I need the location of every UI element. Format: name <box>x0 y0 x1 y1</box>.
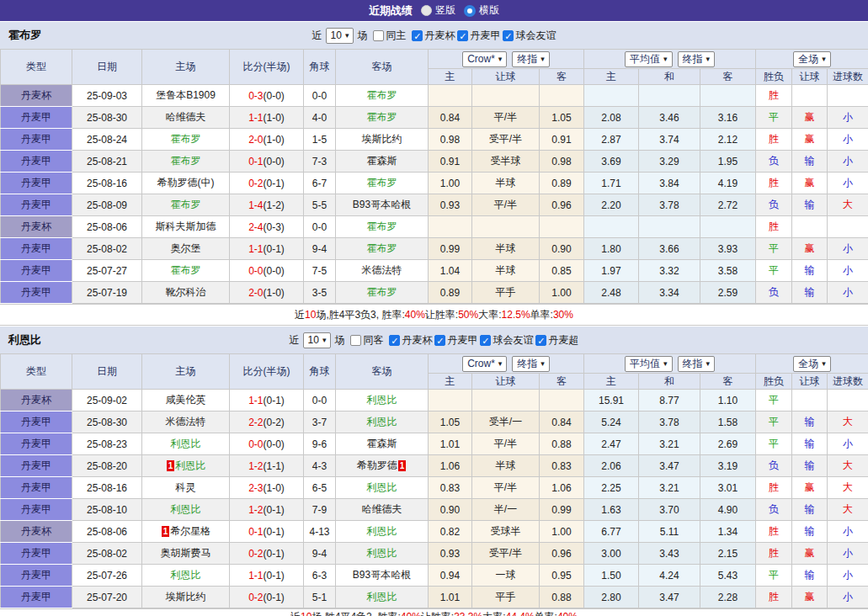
average-select[interactable]: 平均值▾ <box>625 51 673 67</box>
company-select[interactable]: Crow*▾ <box>462 356 507 372</box>
score-cell: 2-0(1-0) <box>230 282 304 304</box>
layout-option-vertical[interactable]: 竖版 <box>421 3 455 18</box>
team-name: 霍布罗 <box>171 199 201 210</box>
result-handicap: 输 <box>805 416 815 427</box>
half-score: (0-3) <box>264 221 285 233</box>
col-type: 类型 <box>1 354 72 390</box>
filter-row: 利恩比 近 10 ▾ 场 同客 ✓丹麦杯✓丹麦甲✓球会友谊✓丹麦超 <box>0 326 868 353</box>
radio-selected-icon[interactable] <box>464 5 476 17</box>
col-score: 比分(半场) <box>230 354 304 390</box>
same-venue-filter[interactable]: 同客 <box>350 333 383 348</box>
sub-col: 让球 <box>792 374 828 390</box>
handicap-odds-cell: 0.93 <box>429 194 472 216</box>
result-wdl: 胜 <box>769 89 779 101</box>
away-team-cell: 霍布罗 <box>336 216 429 238</box>
summary-segment: 近 <box>295 308 305 322</box>
team-name: 奥胡斯费马 <box>161 547 211 559</box>
half-score: (0-1) <box>264 178 285 189</box>
match-date: 25-08-06 <box>72 216 142 238</box>
average-odds-cell: 2.69 <box>700 433 756 455</box>
result-handicap-cell: 输 <box>792 151 828 173</box>
final-odds-select[interactable]: 终指▾ <box>512 356 550 372</box>
team-name: 利恩比 <box>367 481 397 493</box>
average-odds-header: 平均值▾ 终指▾ <box>584 354 756 374</box>
result-goals-cell <box>828 85 868 107</box>
summary-segment: 大率: <box>482 610 505 616</box>
team-name: B93哥本哈根 <box>353 569 411 581</box>
checkbox-icon[interactable]: ✓ <box>503 30 514 41</box>
checkbox-icon[interactable] <box>350 335 361 346</box>
away-team-cell: 霍森斯 <box>336 433 429 455</box>
average-select[interactable]: 平均值▾ <box>625 356 673 372</box>
league-filter[interactable]: ✓丹麦杯 <box>412 29 455 43</box>
sub-col: 主 <box>429 69 472 85</box>
result-goals-cell: 小 <box>828 282 868 304</box>
summary-segment: 单率: <box>530 308 553 322</box>
average-odds-cell: 2.06 <box>584 455 639 477</box>
average-odds-cell <box>584 85 639 107</box>
league-type: 丹麦甲 <box>1 194 72 216</box>
league-filters: ✓丹麦杯✓丹麦甲✓球会友谊 <box>409 29 556 43</box>
away-team-cell: 霍布罗 <box>336 173 429 194</box>
team-name: 利恩比 <box>367 416 397 427</box>
score-cell: 1-2(0-1) <box>230 499 304 521</box>
final-odds-select[interactable]: 终指▾ <box>678 356 716 372</box>
layout-option-horizontal[interactable]: 横版 <box>464 3 499 18</box>
corner-score: 0-0 <box>304 85 336 107</box>
match-rows: 丹麦杯25-09-02咸美伦英1-1(0-1)0-0利恩比15.918.771.… <box>1 390 868 608</box>
average-odds-cell: 1.63 <box>584 499 639 521</box>
same-venue-filter[interactable]: 同主 <box>373 29 406 43</box>
final-score: 0-2 <box>248 592 263 603</box>
col-date: 日期 <box>72 354 142 390</box>
checkbox-icon[interactable]: ✓ <box>457 30 468 41</box>
checkbox-icon[interactable]: ✓ <box>412 30 423 41</box>
average-odds-cell: 2.08 <box>584 107 639 129</box>
result-goals: 小 <box>843 438 853 449</box>
match-count-value: 10 <box>331 29 342 42</box>
final-score: 1-4 <box>248 199 263 211</box>
handicap-odds-header: Crow*▾ 终指▾ <box>429 50 584 69</box>
league-filter[interactable]: ✓丹麦甲 <box>434 333 477 348</box>
corner-score: 7-5 <box>304 260 336 282</box>
fulltime-select[interactable]: 全场▾ <box>793 51 831 67</box>
final-odds-select[interactable]: 终指▾ <box>512 51 550 67</box>
col-score: 比分(半场) <box>230 50 304 85</box>
average-odds-cell: 2.48 <box>584 282 639 304</box>
sub-col: 和 <box>639 374 700 390</box>
matches-table: 类型 日期 主场 比分(半场) 角球 客场 Crow*▾ 终指▾ 平均值 <box>0 49 868 304</box>
match-count-select[interactable]: 10 ▾ <box>303 332 332 348</box>
league-filter[interactable]: ✓球会友谊 <box>480 333 533 348</box>
away-team-cell: B93哥本哈根 <box>336 565 429 587</box>
corner-score: 4-0 <box>304 107 336 129</box>
company-select[interactable]: Crow*▾ <box>462 51 507 67</box>
fulltime-select[interactable]: 全场▾ <box>793 356 831 372</box>
checkbox-icon[interactable]: ✓ <box>535 335 546 346</box>
match-count-select[interactable]: 10 ▾ <box>326 28 354 44</box>
radio-icon[interactable] <box>421 5 432 16</box>
final-odds-select[interactable]: 终指▾ <box>678 51 716 67</box>
league-filter[interactable]: ✓丹麦杯 <box>389 333 432 348</box>
average-odds-cell: 4.19 <box>700 173 756 194</box>
average-odds-cell: 2.59 <box>700 282 756 304</box>
result-handicap-cell: 输 <box>792 433 828 455</box>
average-odds-cell: 2.25 <box>584 477 639 499</box>
home-team-cell: 奥尔堡 <box>142 238 230 260</box>
league-filter[interactable]: ✓丹麦超 <box>535 333 578 348</box>
team-name: 霍布罗 <box>8 28 41 43</box>
score-cell: 2-0(1-0) <box>230 129 304 151</box>
handicap-odds-cell: 1.05 <box>429 412 472 433</box>
league-filters: ✓丹麦杯✓丹麦甲✓球会友谊✓丹麦超 <box>386 333 578 348</box>
result-handicap-cell: 输 <box>792 499 828 521</box>
checkbox-icon[interactable]: ✓ <box>480 335 491 346</box>
unit-label: 场 <box>334 333 344 348</box>
team-name: 利恩比 <box>171 569 201 581</box>
checkbox-icon[interactable]: ✓ <box>389 335 400 346</box>
league-filter[interactable]: ✓球会友谊 <box>503 29 556 43</box>
checkbox-icon[interactable] <box>373 30 384 41</box>
league-filter[interactable]: ✓丹麦甲 <box>457 29 500 43</box>
handicap-odds-cell: 0.99 <box>540 499 584 521</box>
final-score: 0-2 <box>248 548 263 560</box>
result-handicap-cell: 输 <box>792 194 828 216</box>
checkbox-icon[interactable]: ✓ <box>434 335 445 346</box>
corner-score: 6-3 <box>304 565 336 587</box>
